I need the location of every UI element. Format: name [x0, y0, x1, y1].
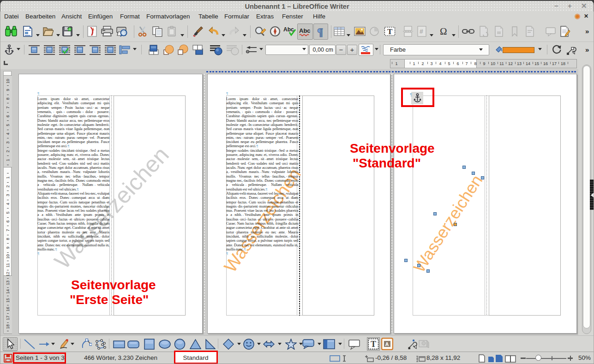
svg-text:Wasserzeichen: Wasserzeichen: [410, 172, 486, 275]
svg-text:T: T: [387, 27, 393, 36]
svg-text:Abc: Abc: [299, 27, 311, 34]
svg-text:T: T: [371, 340, 376, 349]
svg-text:#: #: [420, 28, 423, 35]
svg-text:Abc: Abc: [283, 26, 294, 33]
svg-text:Ω: Ω: [440, 26, 447, 37]
svg-text:A: A: [385, 341, 389, 347]
svg-text:¶: ¶: [317, 26, 323, 38]
